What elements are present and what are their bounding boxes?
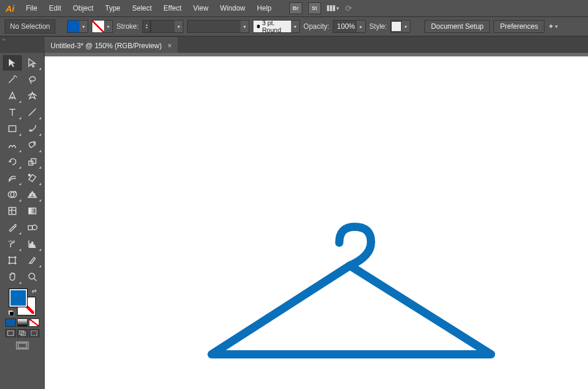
document-tab-bar: Untitled-3* @ 150% (RGB/Preview) × xyxy=(0,36,588,53)
svg-rect-6 xyxy=(9,207,16,214)
tools-panel: ⇄ xyxy=(0,53,45,389)
canvas-area[interactable] xyxy=(45,53,588,389)
default-fill-stroke-icon[interactable] xyxy=(8,310,14,316)
fill-color-button[interactable]: ▾ xyxy=(67,20,88,33)
menu-edit[interactable]: Edit xyxy=(43,0,67,16)
curvature-tool[interactable] xyxy=(23,88,42,103)
slice-tool[interactable] xyxy=(23,253,42,268)
svg-rect-13 xyxy=(9,257,15,263)
svg-rect-18 xyxy=(31,331,37,336)
shaper-tool[interactable] xyxy=(3,138,22,153)
menu-window[interactable]: Window xyxy=(214,0,251,16)
menu-object[interactable]: Object xyxy=(67,0,99,16)
type-tool[interactable] xyxy=(3,105,22,120)
stroke-label: Stroke: xyxy=(116,22,139,31)
selection-status: No Selection xyxy=(5,19,55,33)
svg-point-14 xyxy=(29,273,35,279)
svg-point-9 xyxy=(32,225,37,230)
draw-normal-icon[interactable] xyxy=(5,329,16,337)
svg-rect-11 xyxy=(32,242,33,247)
column-graph-tool[interactable] xyxy=(23,236,42,251)
svg-point-3 xyxy=(28,175,30,176)
screen-mode-button[interactable] xyxy=(15,341,29,351)
shape-builder-tool[interactable] xyxy=(3,187,22,202)
rectangle-tool[interactable] xyxy=(3,121,22,136)
chevron-down-icon: ▾ xyxy=(104,21,112,32)
brush-profile-label: 3 pt. Round xyxy=(262,19,288,33)
fill-stroke-control[interactable]: ⇄ xyxy=(9,289,35,315)
magic-wand-tool[interactable] xyxy=(3,72,22,87)
symbol-sprayer-tool[interactable] xyxy=(3,236,22,251)
menu-help[interactable]: Help xyxy=(251,0,278,16)
workspace: ⇄ xyxy=(0,53,588,389)
menu-view[interactable]: View xyxy=(188,0,215,16)
stock-button[interactable]: St xyxy=(308,2,321,14)
stroke-color-button[interactable]: ▾ xyxy=(92,20,113,33)
color-mode-none[interactable] xyxy=(29,318,39,327)
rotate-tool[interactable] xyxy=(3,154,22,169)
perspective-grid-tool[interactable] xyxy=(23,187,42,202)
direct-selection-tool[interactable] xyxy=(23,55,42,71)
lasso-tool[interactable] xyxy=(23,72,42,87)
blend-tool[interactable] xyxy=(23,220,42,235)
menu-bar: Ai File Edit Object Type Select Effect V… xyxy=(0,0,588,16)
style-label: Style: xyxy=(369,22,387,31)
stroke-weight-stepper[interactable]: ▴▾ xyxy=(142,20,151,33)
menu-type[interactable]: Type xyxy=(99,0,126,16)
pen-tool[interactable] xyxy=(3,88,22,103)
chevron-down-icon: ▾ xyxy=(291,21,299,32)
color-mode-solid[interactable] xyxy=(5,318,16,327)
no-stroke-swatch-icon xyxy=(92,21,104,32)
free-transform-tool[interactable] xyxy=(23,170,42,186)
hand-tool[interactable] xyxy=(3,269,22,284)
menu-file[interactable]: File xyxy=(20,0,43,16)
svg-rect-7 xyxy=(29,208,36,214)
bridge-button[interactable]: Br xyxy=(289,2,302,14)
artboard[interactable] xyxy=(45,56,588,389)
artwork-hanger-shape[interactable] xyxy=(203,222,497,369)
gradient-tool[interactable] xyxy=(23,203,42,219)
svg-rect-10 xyxy=(30,244,31,247)
zoom-tool[interactable] xyxy=(23,269,42,284)
variable-width-profile-select[interactable]: ▾ xyxy=(187,20,249,33)
document-setup-button[interactable]: Document Setup xyxy=(425,20,490,33)
brush-definition-select[interactable]: 3 pt. Round ▾ xyxy=(253,20,300,33)
document-tab[interactable]: Untitled-3* @ 150% (RGB/Preview) × xyxy=(45,38,178,53)
align-to-button[interactable]: ✦▾ xyxy=(548,22,557,31)
eyedropper-tool[interactable] xyxy=(3,220,22,235)
app-logo: Ai xyxy=(0,0,20,16)
menu-effect[interactable]: Effect xyxy=(158,0,187,16)
color-mode-row xyxy=(5,318,39,327)
arrange-documents-button[interactable]: ▾ xyxy=(327,5,339,11)
panel-collapse-handle[interactable]: ‹‹ xyxy=(0,36,45,42)
svg-rect-15 xyxy=(8,331,14,336)
draw-behind-icon[interactable] xyxy=(17,329,28,337)
fill-swatch[interactable] xyxy=(9,289,27,307)
preferences-button[interactable]: Preferences xyxy=(493,20,544,33)
selection-tool[interactable] xyxy=(3,55,22,71)
mesh-tool[interactable] xyxy=(3,203,22,219)
eraser-tool[interactable] xyxy=(23,138,42,153)
width-tool[interactable] xyxy=(3,170,22,186)
graphic-style-button[interactable]: ▾ xyxy=(390,20,410,33)
opacity-field[interactable]: 100% ▸ xyxy=(333,20,366,33)
style-swatch-icon xyxy=(391,21,402,32)
close-icon[interactable]: × xyxy=(168,42,172,50)
svg-rect-8 xyxy=(28,226,32,230)
menu-select[interactable]: Select xyxy=(126,0,158,16)
swap-fill-stroke-icon[interactable]: ⇄ xyxy=(32,288,36,294)
artboard-tool[interactable] xyxy=(3,253,22,268)
paintbrush-tool[interactable] xyxy=(23,121,42,136)
svg-rect-20 xyxy=(18,343,26,348)
chevron-down-icon: ▾ xyxy=(175,21,183,32)
chevron-down-icon: ▾ xyxy=(79,21,88,32)
stroke-weight-field[interactable]: ▴▾ ▾ xyxy=(142,20,183,33)
sync-settings-icon[interactable]: ⟳ xyxy=(345,4,352,13)
chevron-right-icon: ▸ xyxy=(357,21,365,32)
opacity-value: 100% xyxy=(333,22,357,31)
color-mode-gradient[interactable] xyxy=(17,318,28,327)
scale-tool[interactable] xyxy=(23,154,42,169)
line-segment-tool[interactable] xyxy=(23,105,42,120)
draw-inside-icon[interactable] xyxy=(29,329,39,337)
control-bar: No Selection ▾ ▾ Stroke: ▴▾ ▾ ▾ 3 pt. Ro… xyxy=(0,16,588,36)
